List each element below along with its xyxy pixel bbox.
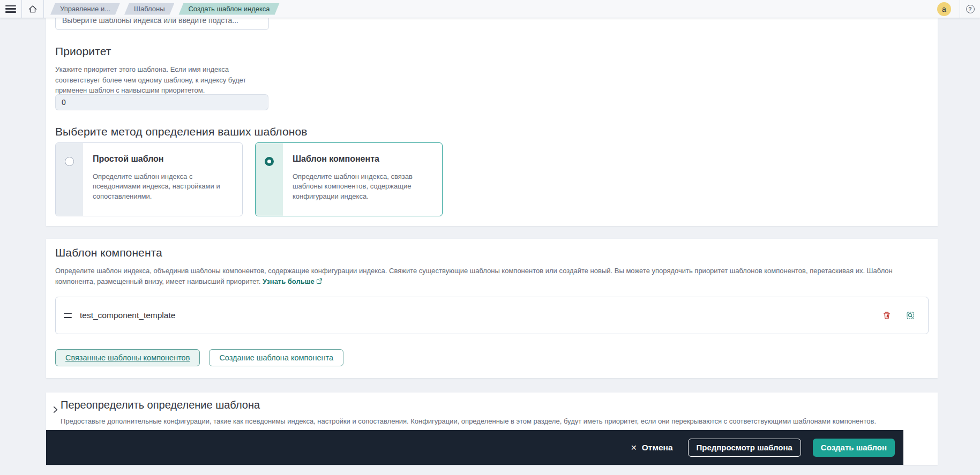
chevron-right-icon[interactable] (50, 405, 60, 414)
component-section-title: Шаблон компонента (55, 246, 162, 259)
card-strip (56, 143, 83, 216)
learn-more-link[interactable]: Узнать больше (263, 277, 323, 285)
bottom-action-bar: ✕ Отмена Предпросмотр шаблона Создать ша… (46, 430, 903, 465)
close-icon: ✕ (631, 443, 637, 452)
override-description: Предоставьте дополнительные конфигурации… (61, 416, 912, 427)
breadcrumb-create-index-template: Создать шаблон индекса (178, 3, 279, 15)
priority-value: 0 (62, 98, 66, 107)
cancel-label: Отмена (642, 443, 673, 453)
card-title: Простой шаблон (93, 154, 164, 164)
drag-handle-icon[interactable] (64, 313, 72, 318)
radio-simple-template[interactable] (65, 157, 74, 166)
inspect-template-icon[interactable] (906, 311, 915, 320)
linked-component-templates-button[interactable]: Связанные шаблоны компонентов (55, 349, 200, 366)
preview-template-button[interactable]: Предпросмотр шаблона (688, 439, 801, 457)
delete-template-icon[interactable] (882, 311, 891, 320)
card-description: Определите шаблон индекса с псевдонимами… (93, 172, 227, 201)
home-icon (28, 4, 38, 14)
create-template-button[interactable]: Создать шаблон (813, 439, 895, 457)
radio-component-template[interactable] (265, 157, 274, 166)
external-link-icon (316, 278, 323, 284)
component-section-description-text: Определите шаблон индекса, объединив шаб… (55, 267, 893, 285)
breadcrumb-management[interactable]: Управление и... (50, 3, 120, 15)
breadcrumb: Управление и... Шаблоны Создать шаблон и… (50, 3, 284, 15)
priority-input[interactable]: 0 (55, 94, 268, 110)
priority-description: Укажите приоритет этого шаблона. Если им… (55, 64, 265, 96)
breadcrumb-templates[interactable]: Шаблоны (124, 3, 175, 15)
method-title: Выберите метод определения ваших шаблоно… (55, 125, 307, 138)
component-template-actions: Связанные шаблоны компонентов Создание ш… (55, 349, 343, 366)
override-title[interactable]: Переопределить определение шаблона (61, 399, 260, 411)
navbar-divider (43, 0, 44, 18)
card-description: Определите шаблон индекса, связав шаблон… (293, 172, 427, 201)
template-settings-panel: Приоритет Укажите приоритет этого шаблон… (46, 18, 938, 226)
menu-button[interactable] (0, 0, 21, 18)
hamburger-icon (5, 5, 16, 13)
linked-template-name: test_component_template (80, 311, 175, 320)
component-section-description: Определите шаблон индекса, объединив шаб… (55, 266, 925, 286)
create-index-template-page: { "colors": { "accent_teal": "#1ca294", … (0, 0, 980, 475)
linked-templates-list: test_component_template (55, 297, 929, 334)
create-component-template-button[interactable]: Создание шаблона компонента (209, 349, 343, 366)
learn-more-label: Узнать больше (263, 277, 315, 285)
priority-title: Приоритет (55, 45, 111, 58)
component-template-panel: Шаблон компонента Определите шаблон инде… (46, 239, 938, 378)
help-icon: ? (966, 5, 975, 13)
navbar-right: a ? (937, 0, 980, 18)
top-navbar: Управление и... Шаблоны Создать шаблон и… (0, 0, 980, 18)
cancel-button[interactable]: ✕ Отмена (631, 443, 672, 453)
method-card-simple-template[interactable]: Простой шаблон Определите шаблон индекса… (55, 142, 243, 216)
home-button[interactable] (22, 0, 43, 18)
avatar[interactable]: a (937, 2, 951, 16)
help-button[interactable]: ? (960, 0, 980, 18)
card-strip (256, 143, 283, 216)
card-title: Шаблон компонента (293, 154, 379, 164)
method-card-component-template[interactable]: Шаблон компонента Определите шаблон инде… (255, 142, 443, 216)
